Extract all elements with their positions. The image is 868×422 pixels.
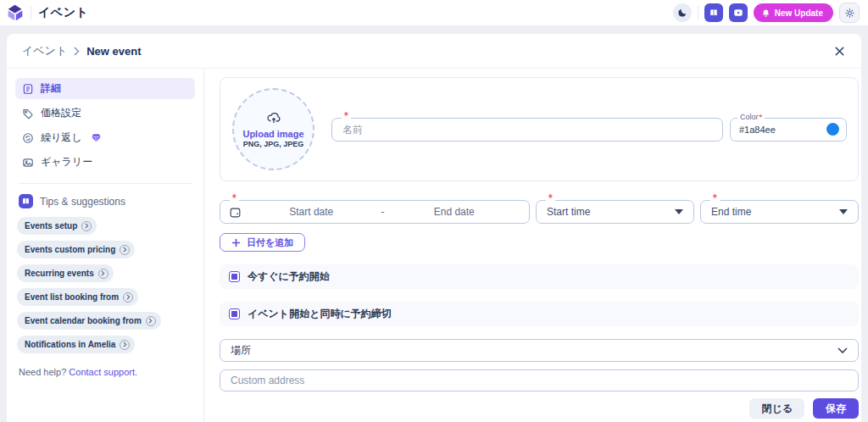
- book-icon: [709, 8, 719, 18]
- pricing-tag-icon: [22, 108, 34, 119]
- chevron-right-circle-icon: [146, 316, 156, 326]
- new-update-button[interactable]: New Update: [754, 3, 833, 22]
- gear-icon: [844, 8, 855, 19]
- brand: イベント: [7, 4, 88, 21]
- details-icon: [22, 83, 34, 95]
- event-sidebar: 詳細 価格設定 繰り返し: [7, 69, 203, 422]
- footer-actions: 閉じる 保存: [220, 398, 859, 422]
- chip-events-setup[interactable]: Events setup: [17, 217, 97, 235]
- chip-label: Event calendar booking from: [25, 316, 142, 325]
- recurring-icon: [22, 132, 34, 144]
- chip-label: Events setup: [25, 221, 77, 230]
- bell-icon: [761, 8, 771, 18]
- cloud-upload-icon: [266, 111, 281, 126]
- sidebar-item-label: 繰り返し: [41, 130, 82, 145]
- sidebar-item-recurring[interactable]: 繰り返し: [15, 127, 195, 148]
- date-range-separator: -: [381, 206, 385, 218]
- premium-diamond-icon: [91, 132, 102, 143]
- chip-label: Notifications in Amelia: [25, 340, 115, 349]
- chevron-right-circle-icon: [98, 269, 108, 279]
- date-range-picker[interactable]: * Start date - End date: [220, 200, 530, 224]
- name-field: *: [331, 118, 723, 142]
- color-label: Color: [740, 113, 759, 122]
- sidebar-item-label: 詳細: [41, 81, 61, 96]
- moon-icon: [677, 8, 687, 18]
- gallery-icon: [22, 157, 34, 169]
- sidebar-item-label: ギャラリー: [41, 155, 92, 169]
- color-swatch[interactable]: [826, 123, 839, 136]
- chevron-right-circle-icon: [120, 245, 130, 255]
- page-background: イベント New event 詳細: [0, 25, 868, 422]
- location-select[interactable]: 場所: [220, 339, 859, 362]
- chip-event-list-booking[interactable]: Event list booking from: [17, 288, 138, 306]
- custom-address-field: [220, 369, 859, 391]
- chevron-right-icon: [74, 47, 80, 56]
- tips-book-icon: [19, 194, 33, 208]
- date-time-row: * Start date - End date * Start time: [220, 200, 859, 224]
- event-name-input[interactable]: [332, 119, 722, 141]
- breadcrumb: イベント New event: [22, 43, 142, 58]
- booking-closes-at-start-label: イベント開始と同時に予約締切: [248, 307, 392, 321]
- close-icon: [835, 47, 844, 56]
- required-marker: *: [230, 194, 239, 203]
- name-field-wrap: *: [331, 118, 723, 142]
- documentation-button[interactable]: [704, 3, 723, 22]
- sidebar-item-gallery[interactable]: ギャラリー: [15, 152, 195, 173]
- booking-opens-now-label: 今すぐに予約開始: [248, 269, 330, 284]
- end-time-select[interactable]: * End time: [700, 200, 859, 224]
- breadcrumb-events[interactable]: イベント: [22, 43, 67, 58]
- help-line: Need help? Contact support.: [15, 353, 195, 377]
- required-marker: *: [546, 194, 555, 203]
- booking-closes-at-start-row[interactable]: イベント開始と同時に予約締切: [220, 302, 859, 326]
- checkbox-checked-icon[interactable]: [229, 271, 240, 282]
- add-date-button[interactable]: 日付を追加: [220, 233, 305, 252]
- required-marker: *: [760, 113, 763, 122]
- checkbox-checked-icon[interactable]: [229, 308, 240, 319]
- dark-mode-toggle[interactable]: [673, 3, 692, 22]
- chip-events-custom-pricing[interactable]: Events custom pricing: [17, 241, 135, 258]
- color-field[interactable]: Color* #1a84ee: [730, 118, 847, 142]
- sidebar-divider: [19, 183, 192, 184]
- save-button[interactable]: 保存: [813, 398, 859, 419]
- upload-image-dropzone[interactable]: Upload image PNG, JPG, JPEG: [232, 88, 314, 170]
- start-date-placeholder: Start date: [245, 206, 378, 218]
- end-time-placeholder: End time: [711, 206, 751, 218]
- new-update-label: New Update: [775, 8, 823, 18]
- need-help-text: Need help?: [19, 367, 66, 377]
- panel-body: 詳細 価格設定 繰り返し: [7, 69, 861, 422]
- end-date-placeholder: End date: [388, 206, 521, 218]
- close-button[interactable]: 閉じる: [749, 398, 804, 419]
- topbar-divider: [698, 6, 698, 19]
- custom-address-input[interactable]: [220, 370, 858, 391]
- new-event-panel: イベント New event 詳細: [7, 34, 861, 422]
- tips-title: Tips & suggestions: [40, 196, 125, 208]
- panel-header: イベント New event: [7, 34, 861, 69]
- booking-opens-now-row[interactable]: 今すぐに予約開始: [220, 264, 859, 289]
- chevron-right-circle-icon: [120, 340, 130, 350]
- location-placeholder: 場所: [231, 343, 251, 358]
- chip-notifications-in-amelia[interactable]: Notifications in Amelia: [17, 336, 135, 353]
- caret-down-icon: [839, 209, 848, 214]
- video-icon: [733, 8, 743, 18]
- color-value: #1a84ee: [739, 125, 776, 135]
- event-form: Upload image PNG, JPG, JPEG * Color*: [203, 69, 861, 422]
- upload-image-label: Upload image: [242, 129, 303, 139]
- chip-label: Event list booking from: [25, 292, 119, 302]
- start-time-select[interactable]: * Start time: [536, 200, 694, 224]
- sidebar-item-label: 価格設定: [41, 106, 81, 120]
- close-panel-button[interactable]: [835, 47, 844, 56]
- settings-button[interactable]: [839, 3, 860, 23]
- contact-support-link[interactable]: Contact support.: [69, 367, 137, 377]
- video-tutorials-button[interactable]: [729, 3, 748, 22]
- sidebar-item-pricing[interactable]: 価格設定: [15, 103, 195, 124]
- amelia-logo-icon: [7, 4, 24, 21]
- chip-recurring-events[interactable]: Recurring events: [17, 264, 114, 282]
- chip-event-calendar-booking[interactable]: Event calendar booking from: [17, 312, 161, 330]
- plus-icon: [231, 238, 241, 247]
- color-field-legend: Color*: [737, 113, 765, 122]
- chip-label: Recurring events: [25, 269, 94, 278]
- sidebar-item-details[interactable]: 詳細: [15, 78, 195, 99]
- chevron-right-circle-icon: [123, 292, 133, 303]
- page-title: イベント: [38, 5, 88, 20]
- start-time-placeholder: Start time: [547, 206, 590, 218]
